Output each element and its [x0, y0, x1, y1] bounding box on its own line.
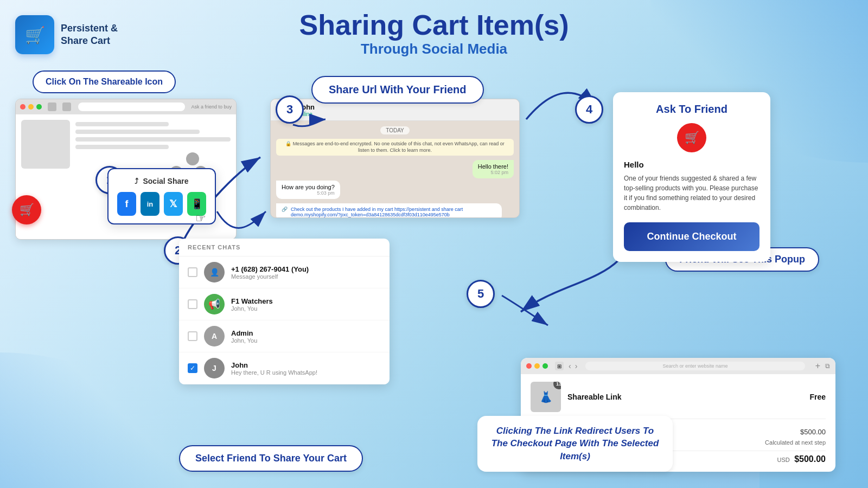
red-cart-button[interactable]: 🛒 — [12, 195, 41, 224]
chat-name-1: +1 (628) 267-9041 (You) — [231, 265, 381, 273]
chat-item-4[interactable]: ✓ J John Hey there, U R using WhatsApp! — [179, 352, 390, 384]
chat-avatar-3: A — [204, 326, 225, 346]
chat-info-1: +1 (628) 267-9041 (You) Message yourself — [231, 265, 381, 280]
whatsapp-chat: J John online TODAY 🔒 Messages are end-t… — [270, 99, 520, 218]
chat-avatar-2: 📢 — [204, 294, 225, 314]
checkout-address-bar[interactable]: Search or enter website name — [585, 362, 805, 370]
svg-point-1 — [186, 152, 199, 165]
page-title-area: Sharing Cart Item(s) Through Social Medi… — [299, 10, 569, 57]
chat-sub-4: Hey there, U R using WhatsApp! — [231, 369, 381, 376]
chat-name-3: Admin — [231, 329, 381, 337]
ask-friend-body: One of your friends suggested & shared a… — [624, 174, 760, 213]
checkout-product-row: 👗 13 Shareable Link Free — [531, 382, 826, 419]
chat-sub-1: Message yourself — [231, 273, 381, 280]
total-amount: USD $500.00 — [777, 454, 826, 464]
chat-sub-3: John, You — [231, 337, 381, 344]
twitter-btn[interactable]: 𝕏 — [164, 192, 183, 216]
subtotal-value: $500.00 — [800, 428, 826, 436]
social-share-title: Social Share — [143, 177, 188, 185]
recent-chats-panel: RECENT CHATS 👤 +1 (628) 267-9041 (You) M… — [179, 239, 390, 384]
chat-item-3[interactable]: A Admin John, You — [179, 320, 390, 352]
logo-area: 🛒 Persistent & Share Cart — [15, 15, 118, 54]
select-friend-label: Select Friend To Share Your Cart — [179, 445, 363, 472]
ask-friend-hello: Hello — [624, 160, 760, 169]
chat-info-2: F1 Watchers John, You — [231, 297, 381, 312]
chat-avatar-1: 👤 — [204, 262, 225, 282]
cursor-icon: ☞ — [195, 211, 206, 226]
chat-avatar-4: J — [204, 358, 225, 378]
ask-friend-cart-icon: 🛒 — [677, 123, 706, 152]
chat-item-1[interactable]: 👤 +1 (628) 267-9041 (You) Message yourse… — [179, 256, 390, 288]
logo-text: Persistent & Share Cart — [61, 22, 118, 48]
checkout-product-price: Free — [809, 393, 826, 401]
page-title-main: Sharing Cart Item(s) — [299, 10, 569, 41]
wa-encryption: 🔒 Messages are end-to-end encrypted. No … — [276, 139, 514, 156]
step5-circle: 5 — [467, 280, 495, 308]
share-url-label: Share Url With Your Friend — [311, 76, 484, 104]
chat-name-4: John — [231, 361, 381, 369]
recent-chats-header: RECENT CHATS — [179, 239, 390, 256]
chat-info-4: John Hey there, U R using WhatsApp! — [231, 361, 381, 376]
step3-circle: 3 — [276, 95, 304, 124]
wa-link-bubble: 🔗 Check out the products I have added in… — [276, 203, 502, 217]
logo-icon: 🛒 — [15, 15, 54, 54]
facebook-btn[interactable]: f — [117, 192, 136, 216]
continue-checkout-button[interactable]: Continue Checkout — [624, 222, 760, 251]
linkedin-btn[interactable]: in — [141, 192, 159, 216]
redirect-label: Clicking The Link Redirect Users To The … — [477, 416, 673, 472]
wa-link-text: Check out the products I have added in m… — [291, 207, 496, 217]
ask-friend-title: Ask To Friend — [624, 103, 760, 115]
share-icon: ⤴ — [135, 177, 138, 185]
social-share-icons: f in 𝕏 📱 — [117, 192, 206, 216]
checkout-product-image: 👗 13 — [531, 382, 561, 412]
ask-friend-popup: Ask To Friend 🛒 Hello One of your friend… — [613, 92, 770, 262]
chat-checkbox-4[interactable]: ✓ — [188, 363, 197, 373]
logo-line1: Persistent & — [61, 23, 118, 34]
chat-checkbox-3[interactable] — [188, 331, 197, 341]
chat-checkbox-1[interactable] — [188, 267, 197, 277]
chat-info-3: Admin John, You — [231, 329, 381, 344]
step1-label: Click On The Shareable Icon — [33, 70, 176, 93]
chat-checkbox-2[interactable] — [188, 299, 197, 309]
logo-line2: Share Cart — [61, 35, 110, 46]
wa-bubble-out: Hello there! 5:02 pm — [473, 160, 514, 178]
page-title-sub: Through Social Media — [299, 41, 569, 57]
chat-item-2[interactable]: 📢 F1 Watchers John, You — [179, 288, 390, 320]
chat-name-2: F1 Watchers — [231, 297, 381, 305]
checkout-product-name: Shareable Link — [567, 393, 803, 401]
shipping-value: Calculated at next step — [765, 439, 826, 447]
step4-circle: 4 — [575, 95, 603, 124]
chat-sub-2: John, You — [231, 305, 381, 312]
wa-bubble-in: How are you doing? 5:03 pm — [276, 181, 340, 199]
wa-today: TODAY — [380, 126, 410, 134]
